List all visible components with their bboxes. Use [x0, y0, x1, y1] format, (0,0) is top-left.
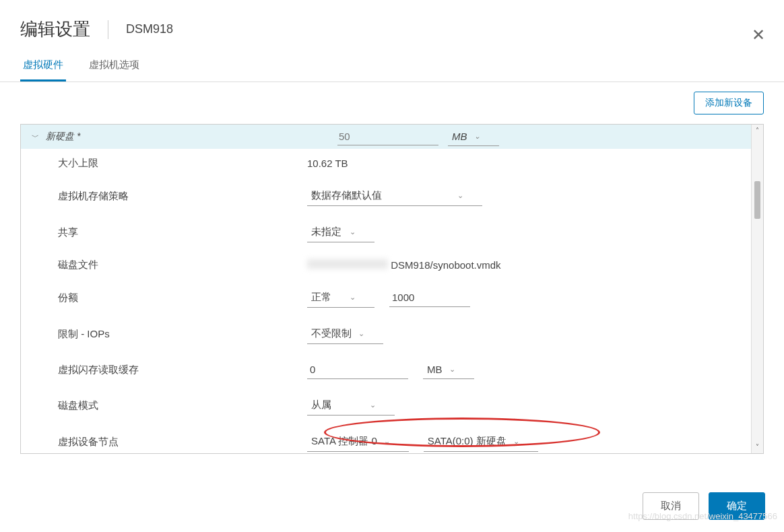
disk-size-input[interactable] — [337, 128, 438, 145]
flash-cache-unit-select[interactable]: MB ⌄ — [423, 360, 474, 379]
disk-mode-label: 磁盘模式 — [58, 399, 307, 412]
scrollbar-thumb[interactable] — [754, 181, 760, 219]
chevron-down-icon: ﹀ — [32, 132, 39, 142]
sharing-value: 未指定 — [311, 226, 341, 238]
device-node-controller-select[interactable]: SATA 控制器 0 ⌄ — [307, 432, 409, 452]
storage-policy-value: 数据存储默认值 — [311, 189, 382, 202]
disk-file-value: DSM918/synoboot.vmdk — [307, 259, 501, 271]
tab-virtual-hardware[interactable]: 虚拟硬件 — [20, 53, 66, 81]
disk-size-unit-value: MB — [452, 131, 467, 142]
scroll-up-icon[interactable]: ˄ — [752, 125, 763, 137]
chevron-down-icon: ⌄ — [358, 329, 364, 338]
cancel-button[interactable]: 取消 — [643, 492, 699, 520]
row-device-node: 虚拟设备节点 SATA 控制器 0 ⌄ SATA(0:0) 新硬盘 ⌄ — [21, 424, 763, 453]
row-flash-cache: 虚拟闪存读取缓存 MB ⌄ — [21, 352, 763, 387]
device-node-position-select[interactable]: SATA(0:0) 新硬盘 ⌄ — [424, 432, 538, 452]
chevron-down-icon: ⌄ — [513, 437, 519, 446]
row-disk-mode: 磁盘模式 从属 ⌄ — [21, 387, 763, 424]
settings-scroll-area[interactable]: ﹀ 新硬盘 * MB ⌄ 大小上限 10.62 TB 虚拟机存储策略 数据存储默… — [21, 125, 763, 453]
flash-cache-label: 虚拟闪存读取缓存 — [58, 364, 307, 376]
row-shares: 份额 正常 ⌄ — [21, 279, 763, 316]
edit-settings-dialog: 编辑设置 DSM918 ✕ 虚拟硬件 虚拟机选项 添加新设备 ﹀ 新硬盘 * M… — [0, 0, 784, 532]
ok-button[interactable]: 确定 — [709, 492, 765, 520]
shares-label: 份额 — [58, 292, 307, 304]
row-iops-limit: 限制 - IOPs 不受限制 ⌄ — [21, 316, 763, 352]
chevron-down-icon: ⌄ — [350, 293, 356, 302]
tab-bar: 虚拟硬件 虚拟机选项 — [0, 53, 784, 82]
row-sharing: 共享 未指定 ⌄ — [21, 214, 763, 251]
dialog-title: 编辑设置 — [20, 18, 90, 41]
flash-cache-input[interactable] — [307, 360, 408, 379]
settings-panel: ﹀ 新硬盘 * MB ⌄ 大小上限 10.62 TB 虚拟机存储策略 数据存储默… — [20, 124, 764, 454]
dialog-header: 编辑设置 DSM918 — [0, 0, 784, 53]
device-node-controller-value: SATA 控制器 0 — [311, 435, 377, 448]
disk-file-label: 磁盘文件 — [58, 259, 307, 271]
storage-policy-select[interactable]: 数据存储默认值 ⌄ — [307, 186, 482, 206]
flash-cache-unit-value: MB — [427, 364, 443, 375]
toolbar: 添加新设备 — [0, 82, 784, 124]
chevron-down-icon: ⌄ — [449, 365, 455, 374]
add-device-button[interactable]: 添加新设备 — [694, 92, 764, 114]
iops-select[interactable]: 不受限制 ⌄ — [307, 324, 383, 344]
title-divider — [108, 20, 108, 39]
iops-label: 限制 - IOPs — [58, 328, 307, 341]
sharing-select[interactable]: 未指定 ⌄ — [307, 222, 374, 242]
dialog-subtitle: DSM918 — [126, 22, 173, 36]
row-disk-file: 磁盘文件 DSM918/synoboot.vmdk — [21, 251, 763, 279]
storage-policy-label: 虚拟机存储策略 — [58, 190, 307, 203]
scroll-down-icon[interactable]: ˅ — [752, 441, 763, 453]
device-node-position-value: SATA(0:0) 新硬盘 — [428, 435, 507, 448]
chevron-down-icon: ⌄ — [474, 132, 480, 141]
new-disk-section-header[interactable]: ﹀ 新硬盘 * MB ⌄ — [21, 125, 763, 149]
sharing-label: 共享 — [58, 226, 307, 239]
max-size-label: 大小上限 — [58, 157, 307, 170]
chevron-down-icon: ⌄ — [384, 437, 390, 446]
chevron-down-icon: ⌄ — [457, 191, 463, 200]
vertical-scrollbar[interactable]: ˄ ˅ — [751, 125, 763, 453]
device-node-label: 虚拟设备节点 — [58, 436, 307, 448]
shares-select[interactable]: 正常 ⌄ — [307, 288, 374, 308]
disk-size-unit-select[interactable]: MB ⌄ — [448, 127, 499, 146]
chevron-down-icon: ⌄ — [370, 401, 376, 409]
max-size-value: 10.62 TB — [307, 158, 348, 169]
disk-mode-value: 从属 — [311, 399, 331, 411]
row-storage-policy: 虚拟机存储策略 数据存储默认值 ⌄ — [21, 178, 763, 214]
chevron-down-icon: ⌄ — [350, 228, 356, 236]
dialog-footer: 取消 确定 — [643, 492, 765, 520]
section-title: 新硬盘 * — [46, 131, 80, 143]
disk-mode-select[interactable]: 从属 ⌄ — [307, 395, 395, 415]
tab-vm-options[interactable]: 虚拟机选项 — [86, 53, 142, 81]
close-icon[interactable]: ✕ — [752, 27, 765, 43]
iops-value: 不受限制 — [311, 327, 352, 340]
shares-value: 正常 — [311, 291, 331, 304]
row-max-size: 大小上限 10.62 TB — [21, 149, 763, 178]
shares-number-input[interactable] — [389, 288, 470, 307]
